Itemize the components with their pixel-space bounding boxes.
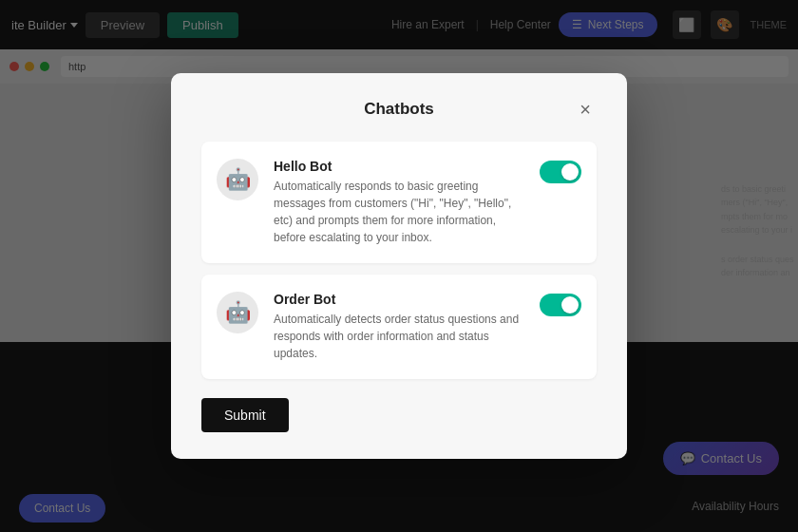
modal-title: Chatbots <box>364 100 434 119</box>
order-bot-info: Order Bot Automatically detects order st… <box>274 292 524 362</box>
order-bot-item: 🤖 Order Bot Automatically detects order … <box>201 275 597 379</box>
order-bot-toggle[interactable] <box>540 294 581 316</box>
order-bot-toggle-wrapper <box>540 294 581 316</box>
submit-button[interactable]: Submit <box>201 398 289 432</box>
hello-bot-toggle-wrapper <box>540 161 581 183</box>
modal-header: Chatbots × <box>201 100 597 119</box>
hello-bot-info: Hello Bot Automatically responds to basi… <box>274 159 524 246</box>
hello-bot-item: 🤖 Hello Bot Automatically responds to ba… <box>201 142 597 263</box>
modal-close-button[interactable]: × <box>574 98 597 121</box>
hello-bot-name: Hello Bot <box>274 159 524 174</box>
order-bot-name: Order Bot <box>274 292 524 307</box>
chatbots-modal: Chatbots × 🤖 Hello Bot Automatically res… <box>171 73 627 459</box>
hello-bot-toggle-knob <box>561 163 579 180</box>
hello-bot-toggle[interactable] <box>540 161 581 183</box>
order-bot-toggle-knob <box>561 296 579 314</box>
order-bot-avatar: 🤖 <box>217 292 258 333</box>
hello-bot-avatar: 🤖 <box>217 159 258 200</box>
order-bot-description: Automatically detects order status quest… <box>274 311 524 362</box>
hello-bot-description: Automatically responds to basic greeting… <box>274 178 524 246</box>
